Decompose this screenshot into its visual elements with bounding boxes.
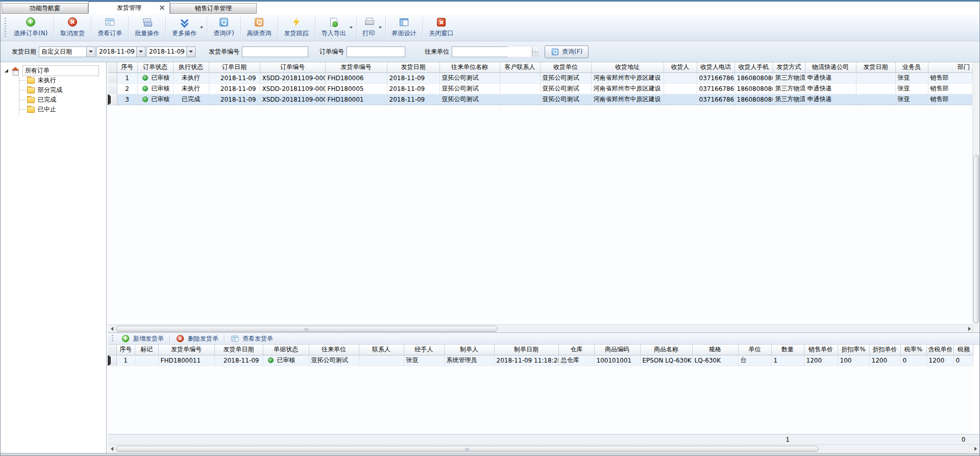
partner-input[interactable] bbox=[452, 47, 532, 57]
column-header[interactable]: 规格 bbox=[692, 345, 738, 355]
row-indicator[interactable] bbox=[108, 73, 117, 83]
tree-node-not-executed[interactable]: 未执行 bbox=[1, 76, 106, 85]
cell[interactable] bbox=[856, 83, 895, 94]
cell[interactable]: 18608080808 bbox=[734, 73, 773, 83]
tab-function-navigator[interactable]: 功能导航窗 bbox=[2, 3, 88, 14]
ui-design-button[interactable]: 界面设计 bbox=[386, 14, 422, 41]
cell[interactable]: 销售部 bbox=[928, 73, 973, 83]
table-row-selected[interactable]: 1 FHD1800011 2018-11-09 已审核 亚拓公司测试 张亚 系统… bbox=[108, 355, 973, 366]
hscrollbar-thumb[interactable] bbox=[116, 446, 819, 452]
detail-grid-hscrollbar[interactable] bbox=[108, 444, 979, 452]
cell[interactable]: 0 bbox=[900, 355, 926, 366]
row-indicator[interactable] bbox=[108, 83, 117, 94]
column-header[interactable]: 收货人 bbox=[664, 62, 697, 73]
column-header[interactable]: 发货单编号 bbox=[158, 345, 214, 355]
column-header[interactable]: 物流快递公司 bbox=[805, 62, 856, 73]
column-header[interactable]: 单据状态 bbox=[263, 345, 309, 355]
cell[interactable]: 亚拓公司测试 bbox=[540, 83, 591, 94]
main-grid-hscrollbar[interactable] bbox=[108, 324, 973, 332]
browse-ellipsis-button[interactable]: ··· bbox=[532, 47, 539, 57]
cell[interactable]: 18608080808 bbox=[734, 94, 773, 105]
cell[interactable]: 2018-11-09 bbox=[209, 83, 260, 94]
cell[interactable]: XSDD-20181109-0002 bbox=[260, 94, 325, 105]
dropdown-arrow-icon[interactable] bbox=[200, 27, 203, 29]
cell[interactable] bbox=[500, 83, 540, 94]
column-header[interactable]: 序号 bbox=[117, 62, 137, 73]
close-window-button[interactable]: 关闭窗口 bbox=[424, 14, 459, 41]
cell[interactable]: 2018-11-09 11:18:28 bbox=[494, 355, 558, 366]
print-button[interactable]: 打印 bbox=[357, 15, 381, 40]
row-indicator[interactable] bbox=[108, 94, 117, 105]
date-to-picker[interactable]: 2018-11-09 bbox=[146, 46, 195, 57]
main-grid-vscrollbar[interactable] bbox=[972, 62, 979, 332]
cell[interactable]: 亚拓公司测试 bbox=[439, 83, 500, 94]
column-header[interactable]: 税额 bbox=[953, 345, 973, 355]
cell[interactable]: 1200 bbox=[926, 355, 953, 366]
column-header[interactable]: 执行状态 bbox=[173, 62, 209, 73]
column-header[interactable]: 收货地址 bbox=[591, 62, 664, 73]
cell[interactable]: 亚拓公司测试 bbox=[540, 73, 591, 83]
cell[interactable]: 1 bbox=[116, 355, 135, 366]
cell[interactable]: 第三方物流 bbox=[773, 73, 805, 83]
table-row[interactable]: 2 已审核 未执行 2018-11-09 XSDD-20181109-0004 … bbox=[108, 83, 973, 94]
import-export-button[interactable]: 导入导出 bbox=[316, 15, 352, 40]
column-header[interactable]: 业务员 bbox=[895, 62, 928, 73]
column-header[interactable]: 订单编号 bbox=[260, 62, 325, 73]
cell[interactable]: XSDD-20181109-0004 bbox=[260, 83, 325, 94]
cell[interactable]: XSDD-20181109-0003 bbox=[260, 73, 325, 83]
cell[interactable] bbox=[359, 355, 404, 366]
cell[interactable]: 03716678678 bbox=[697, 73, 734, 83]
close-icon[interactable] bbox=[159, 5, 165, 11]
cell[interactable]: 已审核 bbox=[137, 83, 173, 94]
cell[interactable]: 总仓库 bbox=[558, 355, 594, 366]
cell[interactable] bbox=[664, 83, 697, 94]
cell[interactable]: 亚拓公司测试 bbox=[439, 73, 500, 83]
tree-node-partially-completed[interactable]: 部分完成 bbox=[1, 85, 106, 95]
view-shipment-button[interactable]: 查看发货单 bbox=[225, 333, 278, 344]
column-header[interactable]: 单位 bbox=[738, 345, 771, 355]
cell[interactable]: 18608080808 bbox=[734, 83, 773, 94]
cell[interactable]: 销售部 bbox=[928, 83, 973, 94]
cell[interactable]: 03716678678 bbox=[697, 94, 734, 105]
column-header[interactable]: 制单日期 bbox=[494, 345, 558, 355]
column-header[interactable]: 经手人 bbox=[404, 345, 444, 355]
cell[interactable]: 河南省郑州市中原区建设 bbox=[591, 73, 664, 83]
order-no-input[interactable] bbox=[347, 46, 405, 57]
add-shipment-button[interactable]: 新增发货单 bbox=[116, 333, 169, 344]
cell[interactable]: 申通快递 bbox=[805, 73, 856, 83]
shipment-no-input[interactable] bbox=[242, 46, 308, 57]
cell[interactable]: 第三方物流 bbox=[773, 83, 805, 94]
cell[interactable]: FHD180006 bbox=[325, 73, 387, 83]
query-button[interactable]: 查询(F) bbox=[208, 14, 239, 41]
cell[interactable]: 100101001 bbox=[594, 355, 640, 366]
tree-node-completed[interactable]: 已完成 bbox=[1, 95, 106, 105]
cell[interactable]: 已审核 bbox=[137, 94, 173, 105]
cell[interactable]: 已完成 bbox=[173, 94, 209, 105]
column-header[interactable]: 客户联系人 bbox=[500, 62, 540, 73]
dropdown-arrow-icon[interactable] bbox=[379, 27, 382, 29]
cell[interactable] bbox=[664, 94, 697, 105]
cell[interactable]: 2018-11-09 bbox=[387, 73, 439, 83]
tab-sales-order-management[interactable]: 销售订单管理 bbox=[170, 3, 257, 14]
cell[interactable]: 系统管理员 bbox=[444, 355, 494, 366]
column-header[interactable]: 发货日期 bbox=[387, 62, 439, 73]
cell[interactable] bbox=[664, 73, 697, 83]
cell[interactable]: 销售部 bbox=[928, 94, 973, 105]
cell[interactable]: 张亚 bbox=[895, 83, 928, 94]
column-header[interactable]: 商品编码 bbox=[594, 345, 640, 355]
hscrollbar-thumb[interactable] bbox=[116, 326, 498, 332]
column-header[interactable]: 发货单日期 bbox=[214, 345, 263, 355]
date-from-picker[interactable]: 2018-11-09 bbox=[96, 46, 145, 57]
cell[interactable]: LQ-630K bbox=[692, 355, 738, 366]
column-header[interactable]: 制单人 bbox=[444, 345, 494, 355]
column-header[interactable]: 部门 bbox=[928, 62, 973, 73]
cell[interactable]: 2 bbox=[117, 83, 137, 94]
cell[interactable]: 2018-11-09 bbox=[209, 94, 260, 105]
view-order-button[interactable]: 查看订单 bbox=[92, 14, 128, 41]
cell[interactable]: 亚拓公司测试 bbox=[439, 94, 500, 105]
scroll-left-arrow[interactable] bbox=[108, 445, 116, 453]
column-header[interactable]: 仓库 bbox=[558, 345, 594, 355]
column-header[interactable]: 含税单价 bbox=[926, 345, 953, 355]
cell[interactable]: 亚拓公司测试 bbox=[540, 94, 591, 105]
combo-arrow-button[interactable] bbox=[86, 47, 95, 57]
